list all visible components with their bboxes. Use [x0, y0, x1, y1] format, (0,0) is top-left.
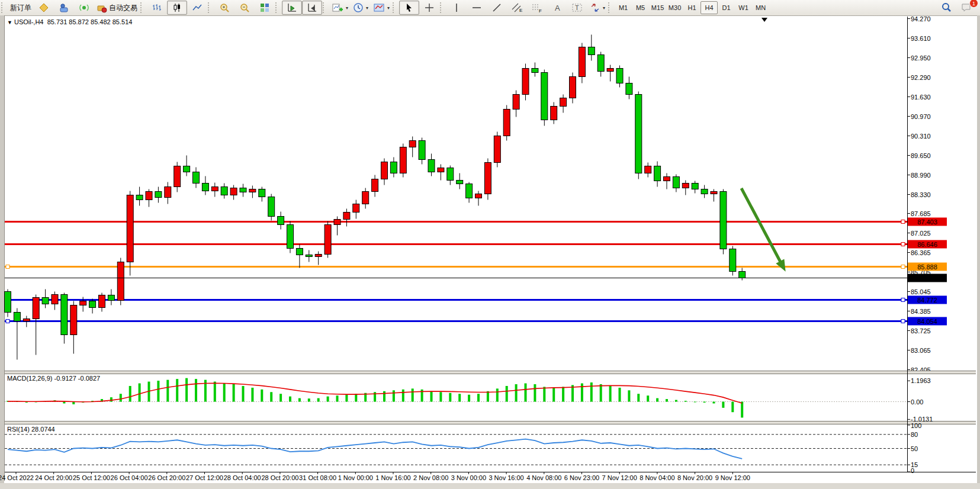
candle-body [221, 187, 227, 195]
macd-histogram-bar [675, 400, 677, 402]
macd-histogram-bar [609, 386, 612, 402]
macd-histogram-bar [731, 402, 734, 413]
candle-body [428, 160, 435, 172]
macd-histogram-bar [279, 394, 282, 401]
trend-arrow-head[interactable] [776, 259, 785, 271]
macd-histogram-bar [223, 384, 226, 402]
macd-histogram-bar [317, 398, 320, 402]
chart-canvas: 94.27093.61092.95092.29091.63090.97090.3… [0, 0, 980, 489]
time-tick-label: 6 Nov 23:00 [564, 474, 599, 481]
time-tick-label: 26 Oct 20:00 [148, 474, 185, 481]
macd-histogram-bar [270, 392, 272, 401]
macd-histogram-bar [383, 391, 385, 402]
candle-body [362, 192, 369, 204]
rsi-tick-label: 50 [911, 445, 918, 452]
price-level-badge-text: 84.054 [917, 318, 937, 325]
candle-body [268, 197, 275, 217]
line-anchor-handle[interactable] [901, 298, 905, 302]
rsi-tick-label: 80 [911, 431, 918, 438]
trend-arrow[interactable] [741, 188, 783, 266]
candle-body [184, 166, 190, 172]
macd-histogram-bar [120, 394, 122, 401]
price-tick-label: 84.385 [911, 308, 931, 315]
line-anchor-handle[interactable] [6, 265, 9, 269]
price-tick-label: 90.310 [911, 133, 931, 140]
panel-separator[interactable] [5, 371, 976, 374]
candle-body [165, 187, 171, 198]
macd-histogram-bar [233, 384, 235, 402]
candle-body [381, 162, 388, 179]
macd-values: -0.9127 -0.0827 [54, 375, 100, 382]
macd-histogram-bar [468, 395, 470, 402]
price-tick-label: 90.970 [911, 113, 931, 120]
time-tick-label: 9 Nov 12:00 [715, 474, 750, 481]
candle-body [390, 162, 397, 173]
macd-histogram-bar [412, 388, 414, 401]
candle-body [146, 192, 152, 200]
window-left-border [0, 15, 4, 489]
macd-histogram-bar [139, 384, 141, 402]
candle-body [193, 172, 200, 184]
candle-body [353, 204, 359, 213]
candle-body [616, 69, 623, 83]
candle-body [503, 110, 510, 136]
time-tick-label: 8 Nov 04:00 [640, 474, 674, 481]
candle-body [249, 189, 256, 192]
price-tick-label: 87.025 [911, 230, 931, 237]
candle-body [259, 189, 265, 197]
macd-tick-label: 1.1963 [911, 377, 931, 384]
candle-body [343, 213, 350, 220]
rsi-indicator-label: RSI(14) 28.0744 [7, 426, 55, 433]
time-tick-label: 4 Nov 08:00 [526, 474, 561, 481]
macd-histogram-bar [496, 388, 499, 401]
macd-histogram-bar [656, 398, 658, 402]
macd-histogram-bar [308, 398, 310, 401]
candle-body [287, 225, 294, 249]
line-anchor-handle[interactable] [6, 320, 9, 323]
price-level-badge-text: 85.888 [917, 263, 937, 271]
line-anchor-handle[interactable] [901, 265, 905, 269]
macd-histogram-bar [261, 390, 263, 402]
price-tick-label: 94.270 [911, 15, 931, 22]
macd-histogram-bar [195, 379, 197, 401]
macd-histogram-bar [393, 390, 395, 401]
candle-body [240, 188, 246, 192]
chart-symbol-period: USOil-,H4 [14, 18, 44, 25]
candle-body [438, 168, 444, 172]
collapse-arrow-icon[interactable]: ▼ [7, 20, 12, 25]
macd-histogram-bar [637, 394, 640, 401]
mt4-window: 新订单 自动交易 [0, 0, 980, 489]
time-tick-label: 7 Nov 12:00 [602, 474, 637, 481]
time-tick-label: 1 Nov 00:00 [338, 474, 373, 481]
candle-body [127, 195, 133, 262]
macd-histogram-bar [666, 399, 668, 401]
time-tick-label: 25 Oct 12:00 [73, 474, 110, 481]
macd-histogram-bar [543, 387, 545, 401]
time-tick-label: 26 Oct 04:00 [111, 474, 148, 481]
time-tick-label: 8 Nov 20:00 [677, 474, 712, 481]
macd-histogram-bar [506, 386, 508, 402]
macd-histogram-bar [345, 395, 348, 402]
candle-body [202, 184, 208, 191]
price-tick-label: 92.950 [911, 54, 931, 62]
candle-body [664, 177, 670, 181]
time-tick-label: 1 Nov 16:00 [375, 474, 410, 481]
candle-body [33, 298, 39, 319]
macd-histogram-bar [402, 390, 404, 402]
macd-histogram-bar [355, 394, 357, 401]
candle-body [447, 168, 454, 181]
line-anchor-handle[interactable] [901, 220, 905, 224]
macd-histogram-bar [289, 397, 291, 402]
time-tick-label: 24 Oct 2022 [0, 474, 34, 481]
line-anchor-handle[interactable] [901, 320, 905, 323]
candle-body [80, 301, 86, 305]
rsi-tick-label: 100 [911, 422, 921, 429]
price-tick-label: 83.065 [911, 347, 931, 354]
candle-body [597, 55, 604, 72]
chart-shift-marker[interactable] [761, 18, 767, 22]
macd-indicator-label: MACD(12,26,9) -0.9127 -0.0827 [7, 375, 100, 382]
line-anchor-handle[interactable] [901, 243, 905, 246]
candle-body [522, 69, 529, 95]
panel-separator[interactable] [5, 422, 976, 424]
candle-body [645, 166, 651, 173]
